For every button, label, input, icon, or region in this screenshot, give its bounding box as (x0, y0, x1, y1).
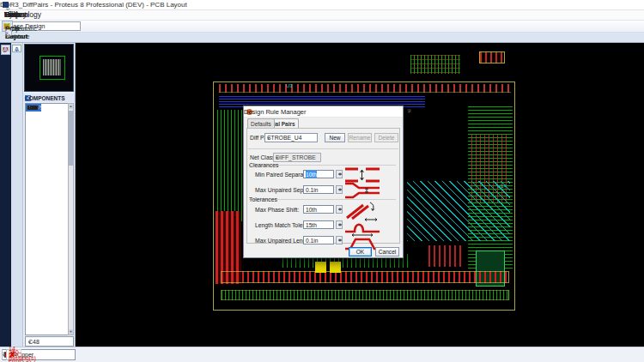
delete-button: Delete (374, 133, 398, 142)
origin-mode-icon[interactable]: ↕ (1, 45, 10, 56)
dialog-close-button[interactable]: × (403, 106, 416, 117)
list-item[interactable]: C18 (26, 104, 38, 112)
document-tabbar: Schematic Capture × PCB Layout × Project… (0, 33, 644, 43)
pcb-bottom-row-1 (221, 271, 509, 283)
pcb-canvas[interactable]: U3 U14 Design Rule Manager ? (76, 43, 644, 347)
net-class-combo: DIFF_STROBE ▾ (273, 153, 321, 162)
ok-button[interactable]: OK (349, 247, 372, 256)
mirror-y-icon[interactable]: ↕ (12, 44, 22, 54)
scroll-thumb[interactable] (69, 111, 73, 166)
rename-button: Rename (348, 133, 372, 142)
chevron-down-icon: ▾ (28, 339, 33, 345)
max-unpaired-separation-field[interactable]: 0.1in (303, 185, 334, 194)
pcb-red-cluster (428, 245, 463, 267)
pcb-red-right (471, 134, 510, 202)
dialog-titlebar: Design Rule Manager ? × (244, 106, 403, 118)
orientation-toolbar: ↻↺ 0 ↔↕ (11, 43, 23, 347)
minimap-view-frame (39, 56, 65, 80)
pcb-cyan-diagonal (407, 181, 510, 241)
length-match-tolerance-field[interactable]: 15th (303, 220, 334, 229)
components-scrollbar[interactable]: ▲ ▼ (68, 103, 74, 335)
minimap-board-thumb (43, 59, 61, 75)
offboard-part-1 (410, 55, 460, 74)
max-phase-shift-field[interactable]: 10th (303, 205, 334, 214)
object-selector-panel: T COMPONENTS TP12TP11R72R71R70R69R68R67R… (23, 43, 76, 347)
scroll-down-icon[interactable]: ▼ (69, 329, 73, 335)
overview-minimap[interactable] (24, 44, 74, 92)
offboard-part-2 (479, 51, 505, 63)
close-icon[interactable]: × (5, 30, 9, 36)
min-paired-separation-stepper[interactable] (336, 170, 343, 178)
components-list[interactable]: TP12TP11R72R71R70R69R68R67R66R65R20C1C2C… (25, 103, 69, 335)
menu-help[interactable]: Help (0, 10, 23, 20)
length-match-tolerance-stepper[interactable] (336, 220, 343, 229)
min-paired-separation-field[interactable]: 10th (303, 170, 334, 178)
pcb-yellow-pad-2 (330, 262, 341, 273)
max-phase-shift-label: Max Phase Shift: (255, 205, 299, 214)
pcb-yellow-pad-1 (315, 262, 326, 273)
main-toolbar: ▯▰▦►⌂⚑◉◀◎▤▢▭▯? Base Design ▾ ↻▲⠿▥m+∠⊕⊖◎▣… (0, 21, 644, 33)
pcb-red-bars (216, 211, 241, 284)
diff-pair-combo[interactable]: STROBE_U4 ▾ (264, 133, 318, 142)
design-rule-manager-dialog: Design Rule Manager ? × Design RulesNet … (243, 106, 404, 258)
chevron-down-icon: ▾ (267, 135, 271, 141)
pcb-bottom-row-2 (221, 290, 509, 300)
new-button[interactable]: New (325, 133, 345, 142)
window-title: DDR3_DiffPairs - Proteus 8 Professional … (0, 1, 187, 9)
tolerances-group-label: Tolerances (249, 199, 396, 200)
components-header: T COMPONENTS (23, 94, 75, 102)
net-class-label: Net Class (250, 153, 275, 162)
max-unpaired-separation-stepper[interactable] (336, 185, 343, 194)
unpaired-separation-diagram-icon (344, 181, 380, 200)
cancel-button[interactable]: Cancel (375, 247, 399, 256)
max-phase-shift-stepper[interactable] (336, 205, 343, 214)
divider (248, 148, 398, 149)
pcb-ref-label: U14 (497, 184, 507, 189)
max-unpaired-length-field[interactable]: 0.1in (303, 236, 334, 244)
pcb-ref-label: U3 (286, 83, 293, 88)
menubar: FileOutputEditViewLibraryToolsTechnology… (0, 10, 644, 21)
missing-indicator[interactable]: ✗ 150 missing(s) (2, 349, 15, 360)
component-combo[interactable]: C48 ▾ (25, 336, 74, 347)
titlebar: DDR3_DiffPairs - Proteus 8 Professional … (0, 0, 644, 10)
mode-toolbox: ►►■∿≈ŦTЖĦ●■▪◆●■◠∗A⌖↕ (0, 43, 11, 347)
pcb-ic (476, 250, 505, 287)
max-unpaired-length-stepper[interactable] (336, 236, 343, 244)
statusbar: Top Copper ▾ ▮►∴◎⌐I▼∗↩ I:\Videos\Proteus… (0, 347, 644, 362)
proteus-window: DDR3_DiffPairs - Proteus 8 Professional … (0, 0, 644, 362)
chevron-down-icon: ▾ (276, 154, 280, 160)
scroll-up-icon[interactable]: ▲ (69, 104, 73, 109)
pcb-top-pad-row (219, 84, 511, 93)
dialog-title: Design Rule Manager (244, 108, 307, 116)
